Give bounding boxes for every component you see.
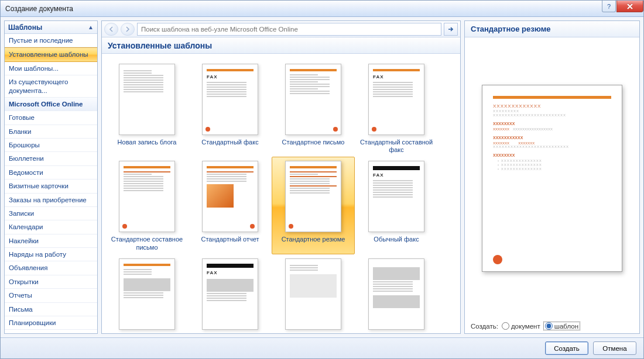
- nav-back-button[interactable]: [104, 23, 118, 36]
- create-label: Создать:: [471, 323, 498, 330]
- template-item[interactable]: FAX: [189, 254, 272, 333]
- template-item[interactable]: [355, 254, 438, 333]
- main-panel: Установленные шаблоны Новая запись блога…: [101, 20, 461, 334]
- sidebar-item[interactable]: Установленные шаблоны: [5, 47, 97, 61]
- sidebar-item[interactable]: Планировщики: [5, 316, 97, 330]
- sidebar-list[interactable]: Пустые и последниеУстановленные шаблоныМ…: [5, 34, 97, 333]
- close-button[interactable]: [616, 1, 643, 12]
- template-item[interactable]: FAXСтандартный факс: [189, 60, 272, 157]
- template-label: Стандартное резюме: [282, 236, 345, 251]
- search-bar: [102, 21, 460, 37]
- preview-panel: Стандартное резюме XXXXXXXXXXXXX XXXXXXX…: [464, 20, 640, 334]
- sidebar-item[interactable]: Наряды на работу: [5, 248, 97, 261]
- sidebar-item[interactable]: Готовые: [5, 111, 97, 125]
- sidebar-item[interactable]: Из существующего документа...: [5, 75, 97, 98]
- sidebar-item[interactable]: Брошюры: [5, 139, 97, 152]
- window-controls: ?: [602, 1, 643, 16]
- titlebar: Создание документа ?: [1, 1, 643, 17]
- sidebar-item[interactable]: Ведомости: [5, 166, 97, 180]
- search-input[interactable]: [137, 23, 441, 36]
- template-item[interactable]: Стандартное резюме: [272, 157, 355, 254]
- template-item[interactable]: Новая запись блога: [105, 60, 189, 157]
- sidebar-item[interactable]: Записки: [5, 207, 97, 220]
- sidebar-item[interactable]: Бюллетени: [5, 152, 97, 165]
- help-button[interactable]: ?: [602, 1, 616, 12]
- search-go-button[interactable]: [444, 23, 458, 36]
- preview-page: XXXXXXXXXXXXX XXXXXXXXX XXXXXXXXXXXXXXXX…: [482, 85, 622, 272]
- template-label: Стандартное письмо: [282, 139, 345, 154]
- sidebar-item[interactable]: Пустые и последние: [5, 34, 97, 47]
- content-heading: Установленные шаблоны: [102, 37, 460, 54]
- chevron-up-icon: ▲: [88, 24, 94, 30]
- sidebar-item[interactable]: Визитные карточки: [5, 180, 97, 193]
- dialog-body: Шаблоны ▲ Пустые и последниеУстановленны…: [1, 17, 643, 337]
- sidebar: Шаблоны ▲ Пустые и последниеУстановленны…: [4, 20, 98, 334]
- dialog-footer: Создать Отмена: [1, 337, 643, 358]
- template-item[interactable]: FAXСтандартный составной факс: [355, 60, 438, 157]
- preview-heading: Стандартное резюме: [465, 21, 639, 37]
- svg-text:?: ?: [607, 3, 611, 10]
- preview-body: XXXXXXXXXXXXX XXXXXXXXX XXXXXXXXXXXXXXXX…: [465, 37, 639, 319]
- template-label: Новая запись блога: [118, 139, 177, 154]
- template-item[interactable]: Стандартный отчет: [189, 157, 272, 254]
- sidebar-item[interactable]: Мои шаблоны...: [5, 62, 97, 75]
- sidebar-item[interactable]: Microsoft Office Online: [5, 98, 97, 111]
- template-item[interactable]: Стандартное письмо: [272, 60, 355, 157]
- dialog-window: Создание документа ? Шаблоны ▲ Пустые и …: [0, 0, 644, 359]
- cancel-button[interactable]: Отмена: [593, 341, 636, 355]
- nav-forward-button[interactable]: [121, 23, 135, 36]
- sidebar-item[interactable]: Заказы на приобретение: [5, 194, 97, 207]
- sidebar-item[interactable]: Наклейки: [5, 234, 97, 248]
- template-item[interactable]: [105, 254, 189, 333]
- sidebar-item[interactable]: Открытки: [5, 275, 97, 289]
- template-gallery[interactable]: Новая запись блогаFAXСтандартный факсСта…: [102, 54, 460, 333]
- sidebar-header[interactable]: Шаблоны ▲: [5, 21, 97, 34]
- template-item[interactable]: Стандартное составное письмо: [105, 157, 189, 254]
- template-label: Стандартное составное письмо: [108, 236, 186, 251]
- template-item[interactable]: [272, 254, 355, 333]
- template-label: Стандартный отчет: [201, 236, 259, 251]
- window-title: Создание документа: [5, 5, 602, 13]
- template-item[interactable]: FAXОбычный факс: [355, 157, 438, 254]
- sidebar-item[interactable]: Календари: [5, 220, 97, 234]
- radio-document[interactable]: документ: [502, 322, 540, 330]
- template-label: Стандартный составной факс: [357, 139, 436, 154]
- create-options: Создать: документ шаблон: [465, 319, 639, 333]
- sidebar-item[interactable]: Отчеты: [5, 289, 97, 302]
- template-label: Стандартный факс: [201, 139, 258, 154]
- sidebar-item[interactable]: Бланки: [5, 125, 97, 139]
- create-button[interactable]: Создать: [545, 341, 588, 355]
- sidebar-item[interactable]: Письма: [5, 303, 97, 316]
- template-label: Обычный факс: [374, 236, 419, 251]
- radio-template[interactable]: шаблон: [544, 322, 580, 330]
- sidebar-item[interactable]: Объявления: [5, 261, 97, 275]
